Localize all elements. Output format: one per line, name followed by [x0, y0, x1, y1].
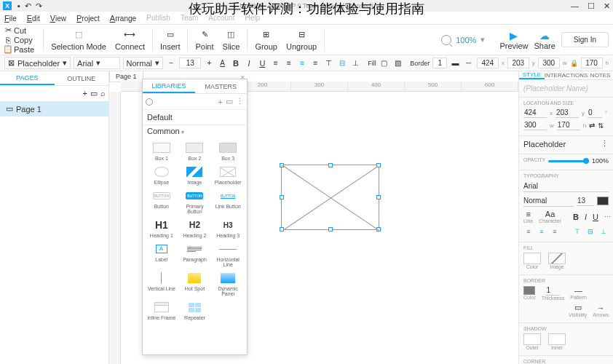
size-input[interactable] — [179, 58, 201, 68]
w-input[interactable] — [538, 58, 560, 68]
shadow-inner-button[interactable] — [548, 333, 566, 345]
tab-outline[interactable]: OUTLINE — [55, 71, 109, 85]
canvas-area[interactable]: Page 1 0100200300400500600 × LIBRARIES M… — [109, 71, 518, 364]
minimize-icon[interactable]: — — [571, 1, 579, 11]
menu-file[interactable]: File — [4, 14, 17, 23]
prop-font-select[interactable] — [523, 181, 609, 192]
size-dec-button[interactable]: − — [166, 58, 176, 69]
widget-name-input[interactable]: (Placeholder Name) — [519, 80, 613, 97]
search-icon[interactable] — [146, 98, 153, 106]
widget-button[interactable]: BUTTONButton — [146, 188, 178, 215]
size-inc-button[interactable]: + — [204, 58, 214, 69]
widget-box2[interactable]: Box 2 — [179, 140, 211, 162]
folder-icon[interactable]: ▭ — [226, 97, 233, 106]
widget-repeater[interactable]: Repeater — [179, 299, 211, 322]
menu-project[interactable]: Project — [76, 14, 100, 23]
align-left-icon[interactable]: ≡ — [523, 226, 534, 237]
prop-x-input[interactable] — [523, 108, 547, 118]
widget-hline[interactable]: Horizontal Line — [212, 241, 244, 269]
widget-h2[interactable]: H2Heading 2 — [179, 217, 211, 240]
lock-icon[interactable]: 🔒 — [570, 60, 578, 67]
border-pattern-button[interactable]: — — [574, 286, 582, 295]
align-center-icon[interactable]: ≡ — [537, 226, 547, 237]
selection-mode-button[interactable]: ⬚Selection Mode — [47, 28, 111, 52]
tab-pages[interactable]: PAGES — [0, 71, 55, 85]
fill-color-button[interactable] — [523, 253, 541, 264]
align-center-button[interactable]: ≡ — [297, 58, 307, 69]
widget-h3[interactable]: H3Heading 3 — [212, 217, 244, 240]
style-name[interactable]: Placeholder — [523, 140, 566, 149]
resize-handle[interactable] — [280, 163, 284, 167]
save-icon[interactable]: ▪ — [17, 1, 20, 11]
maximize-icon[interactable]: ☐ — [588, 1, 595, 11]
widget-placeholder[interactable]: Placeholder — [212, 164, 244, 186]
copy-button[interactable]: ⎘Copy — [4, 36, 34, 44]
flip-v-icon[interactable]: ⇅ — [598, 122, 604, 130]
zoom-icon[interactable] — [441, 35, 451, 45]
paste-button[interactable]: 📋Paste — [4, 45, 34, 54]
add-icon[interactable]: + — [218, 98, 223, 106]
y-input[interactable] — [507, 58, 529, 68]
add-page-icon[interactable]: + — [83, 89, 87, 98]
h-input[interactable] — [581, 58, 603, 68]
shape-select[interactable]: ⊠Placeholder▾ — [4, 57, 71, 69]
resize-handle[interactable] — [376, 195, 381, 199]
more-type-icon[interactable]: ⋯ — [604, 212, 611, 222]
valign-top-button[interactable]: ⊤ — [323, 58, 333, 69]
bold-icon[interactable]: B — [573, 212, 579, 222]
border-arrows-button[interactable]: → — [597, 304, 605, 312]
signin-button[interactable]: Sign In — [561, 32, 609, 47]
x-input[interactable] — [477, 58, 499, 68]
line-spacing-icon[interactable]: ≡ — [526, 210, 530, 218]
menu-publish[interactable]: Publish — [146, 14, 170, 22]
fill-image-button[interactable] — [548, 253, 566, 264]
widget-primary-button[interactable]: BUTTONPrimary Button — [179, 188, 211, 215]
valign-bot-button[interactable]: ⊥ — [350, 58, 360, 69]
zoom-value[interactable]: 100% — [456, 36, 476, 44]
placeholder-widget[interactable] — [281, 165, 379, 230]
insert-button[interactable]: ▭Insert — [156, 28, 185, 52]
group-button[interactable]: ⊞Group — [250, 28, 282, 52]
menu-icon[interactable]: ⋮ — [236, 97, 244, 106]
widget-dynamic-panel[interactable]: Dynamic Panel — [212, 270, 244, 298]
prop-weight-select[interactable] — [523, 195, 574, 207]
widget-ellipse[interactable]: Ellipse — [146, 164, 178, 186]
style-menu-icon[interactable]: ⋮ — [601, 139, 609, 149]
close-icon[interactable]: × — [240, 74, 245, 82]
search-icon[interactable]: ⌕ — [100, 89, 106, 98]
resize-handle[interactable] — [376, 227, 381, 232]
preview-button[interactable]: ▶Preview — [499, 30, 528, 50]
resize-handle[interactable] — [280, 227, 284, 232]
library-name[interactable]: Default — [143, 110, 247, 125]
fill-image-button[interactable]: ▨ — [392, 58, 403, 69]
cut-button[interactable]: ✂Cut — [4, 26, 34, 35]
valign-top-icon[interactable]: ⊤ — [572, 226, 582, 237]
italic-button[interactable]: I — [244, 58, 254, 69]
border-style-button[interactable]: ─ — [464, 58, 474, 69]
widget-iframe[interactable]: Inline Frame — [146, 299, 178, 322]
underline-button[interactable]: U — [257, 58, 267, 69]
widget-hotspot[interactable]: Hot Spot — [179, 270, 211, 298]
valign-mid-icon[interactable]: ⊟ — [585, 226, 596, 237]
slice-button[interactable]: ◫Slice — [218, 28, 245, 52]
prop-rot-input[interactable] — [588, 108, 602, 118]
align-left-button[interactable]: ≡ — [284, 58, 294, 69]
close-icon[interactable]: ✕ — [604, 1, 610, 11]
tab-masters[interactable]: MASTERS — [195, 79, 248, 93]
page-item[interactable]: ▭ Page 1 — [0, 101, 108, 116]
resize-handle[interactable] — [280, 195, 284, 199]
font-color-button[interactable]: A — [217, 58, 227, 69]
italic-icon[interactable]: I — [585, 212, 587, 222]
ungroup-button[interactable]: ⊟Ungroup — [282, 28, 321, 52]
widget-image[interactable]: Image — [179, 164, 211, 186]
widget-vline[interactable]: Vertical Line — [146, 270, 178, 298]
widget-box3[interactable]: Box 3 — [212, 140, 244, 162]
menu-edit[interactable]: Edit — [27, 14, 40, 23]
point-button[interactable]: ✎Point — [191, 28, 218, 52]
canvas-page-tab[interactable]: Page 1 — [109, 71, 143, 82]
bold-button[interactable]: B — [231, 58, 241, 69]
shadow-outer-button[interactable] — [523, 333, 541, 345]
share-button[interactable]: ☁Share — [534, 30, 555, 50]
tab-interactions[interactable]: INTERACTIONS — [545, 71, 588, 79]
border-color-swatch[interactable] — [523, 286, 535, 295]
